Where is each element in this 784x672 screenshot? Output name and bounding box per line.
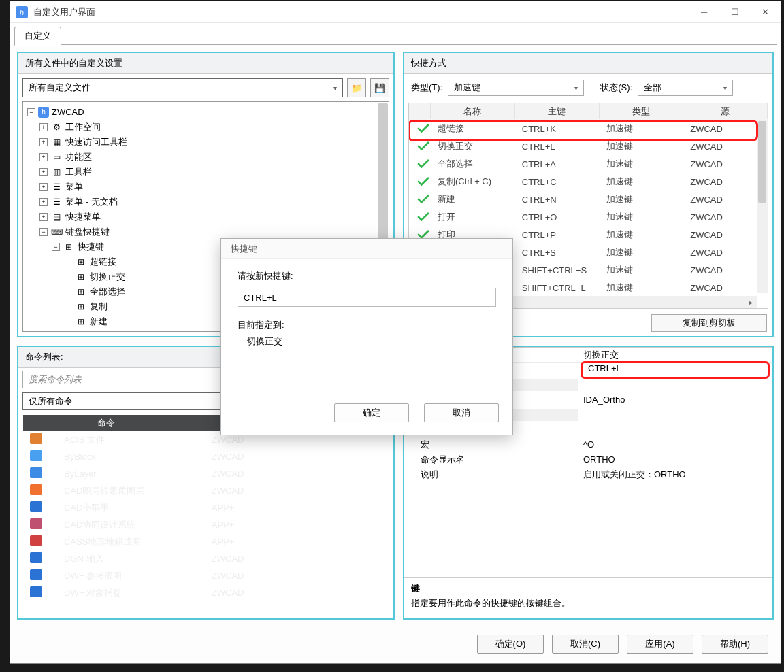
save-button[interactable]: 💾 bbox=[370, 78, 389, 97]
shortcut-input[interactable]: CTRL+L bbox=[238, 288, 496, 307]
scroll-right-icon[interactable]: ▸ bbox=[746, 297, 755, 307]
check-icon bbox=[417, 177, 429, 186]
check-icon bbox=[417, 195, 429, 204]
assigned-value: 切换正交 bbox=[238, 335, 496, 348]
customize-file-combo[interactable]: 所有自定义文件 ▾ bbox=[22, 78, 343, 97]
command-row[interactable]: DWF 参考底图ZWCAD bbox=[23, 567, 389, 584]
shortcut-key-dialog: 快捷键 请按新快捷键: CTRL+L 目前指定到: 切换正交 确定 取消 bbox=[220, 238, 513, 435]
grid-row[interactable]: 超链接CTRL+K加速键ZWCAD bbox=[409, 120, 768, 137]
tab-customize[interactable]: 自定义 bbox=[14, 27, 61, 46]
check-icon bbox=[417, 159, 429, 169]
close-button[interactable]: ✕ bbox=[750, 2, 781, 22]
key-icon: ⊞ bbox=[75, 271, 87, 282]
cmd-header-cmd[interactable]: 命令 bbox=[23, 415, 189, 431]
property-description: 键 指定要用作此命令的快捷键的按键组合。 bbox=[404, 577, 772, 618]
command-row[interactable]: CAD小帮手APP+ bbox=[23, 499, 389, 516]
grid-row[interactable]: 复制(Ctrl + C)CTRL+C加速键ZWCAD bbox=[409, 173, 768, 190]
prop-label: 宏 bbox=[404, 439, 578, 451]
grid-header-check[interactable] bbox=[409, 103, 431, 119]
help-button[interactable]: 帮助(H) bbox=[702, 635, 768, 654]
tree-node-root[interactable]: −hZWCAD bbox=[24, 105, 387, 120]
copy-to-clipboard-button[interactable]: 复制到剪切板 bbox=[651, 314, 767, 332]
command-row[interactable]: ByLayerZWCAD bbox=[23, 465, 389, 482]
prompt-label: 请按新快捷键: bbox=[238, 270, 496, 282]
tree-node[interactable]: +☰菜单 bbox=[24, 180, 387, 195]
chevron-down-icon: ▾ bbox=[333, 84, 337, 92]
grid-header-key[interactable]: 主键 bbox=[515, 103, 600, 119]
prop-label: 说明 bbox=[404, 469, 578, 481]
toolbar-icon: ▥ bbox=[50, 167, 63, 178]
tree-node[interactable]: +☰菜单 - 无文档 bbox=[24, 195, 387, 209]
toolbar-icon: ▦ bbox=[50, 137, 63, 148]
grid-header-name[interactable]: 名称 bbox=[431, 103, 515, 119]
command-row[interactable]: DGN 输入ZWCAD bbox=[23, 550, 389, 567]
command-row[interactable]: CASS地形地籍成图APP+ bbox=[23, 533, 389, 550]
check-icon bbox=[417, 141, 429, 151]
menu-icon: ☰ bbox=[50, 182, 63, 192]
dialog-title: 快捷键 bbox=[221, 239, 512, 259]
grid-row[interactable]: 新建CTRL+N加速键ZWCAD bbox=[409, 190, 768, 208]
panel-title: 快捷方式 bbox=[404, 53, 772, 74]
save-icon: 💾 bbox=[374, 83, 385, 93]
grid-row[interactable]: 打开CTRL+O加速键ZWCAD bbox=[409, 208, 768, 226]
command-row[interactable]: DWF 对象捕捉ZWCAD bbox=[23, 584, 389, 601]
ribbon-icon: ▭ bbox=[50, 152, 63, 163]
maximize-button[interactable]: ☐ bbox=[719, 2, 750, 22]
chevron-down-icon: ▾ bbox=[723, 84, 727, 92]
dialog-cancel-button[interactable]: 取消 bbox=[424, 403, 499, 422]
dialog-ok-button[interactable]: 确定 bbox=[334, 403, 409, 422]
folder-icon: 📁 bbox=[351, 83, 362, 93]
tree-node[interactable]: +▤快捷菜单 bbox=[24, 209, 387, 224]
command-row[interactable]: CAD协同设计系统APP+ bbox=[23, 516, 389, 533]
grid-header-type[interactable]: 类型 bbox=[600, 103, 684, 119]
menu-icon: ☰ bbox=[50, 197, 63, 207]
type-label: 类型(T): bbox=[411, 82, 442, 94]
titlebar: h 自定义用户界面 ─ ☐ ✕ bbox=[10, 1, 781, 23]
cancel-button[interactable]: 取消(C) bbox=[552, 635, 619, 654]
grid-scrollbar-v[interactable] bbox=[757, 120, 768, 293]
tree-node[interactable]: +工作空间 bbox=[24, 120, 387, 135]
state-label: 状态(S): bbox=[600, 82, 632, 94]
tree-node[interactable]: +▭功能区 bbox=[24, 150, 387, 165]
app-icon: h bbox=[38, 107, 49, 118]
tree-node[interactable]: +▦快速访问工具栏 bbox=[24, 135, 387, 150]
app-icon: h bbox=[16, 6, 28, 18]
type-combo[interactable]: 加速键▾ bbox=[448, 80, 584, 96]
minimize-button[interactable]: ─ bbox=[689, 2, 719, 22]
window-title: 自定义用户界面 bbox=[33, 6, 689, 18]
key-icon: ⊞ bbox=[63, 241, 75, 252]
grid-row[interactable]: 切换正交CTRL+L加速键ZWCAD bbox=[409, 137, 768, 155]
menu-icon: ▤ bbox=[50, 212, 63, 222]
gear-icon bbox=[50, 122, 63, 133]
ok-button[interactable]: 确定(O) bbox=[477, 635, 544, 654]
prop-label: 命令显示名 bbox=[404, 454, 578, 466]
state-combo[interactable]: 全部▾ bbox=[638, 80, 733, 96]
chevron-down-icon: ▾ bbox=[574, 84, 578, 92]
check-icon bbox=[417, 212, 429, 222]
command-row[interactable]: CAD图层转素质图层ZWCAD bbox=[23, 482, 389, 499]
check-icon bbox=[417, 124, 429, 133]
key-icon: ⊞ bbox=[75, 316, 87, 327]
keyboard-icon: ⌨ bbox=[50, 226, 63, 237]
apply-button[interactable]: 应用(A) bbox=[627, 635, 693, 654]
tree-node[interactable]: −⌨键盘快捷键 bbox=[24, 224, 387, 239]
tree-scrollbar[interactable] bbox=[378, 103, 388, 239]
key-icon: ⊞ bbox=[75, 301, 87, 312]
grid-header-source[interactable]: 源 bbox=[683, 103, 768, 119]
key-icon: ⊞ bbox=[75, 256, 87, 267]
tabstrip: 自定义 bbox=[10, 23, 781, 45]
open-folder-button[interactable]: 📁 bbox=[347, 78, 366, 97]
assigned-label: 目前指定到: bbox=[238, 319, 496, 331]
tree-node[interactable]: +▥工具栏 bbox=[24, 165, 387, 180]
prop-key-value[interactable]: CTRL+L bbox=[581, 361, 770, 379]
command-row[interactable]: ByBlockZWCAD bbox=[23, 448, 389, 465]
panel-title: 所有文件中的自定义设置 bbox=[18, 53, 393, 74]
grid-row[interactable]: 全部选择CTRL+A加速键ZWCAD bbox=[409, 155, 768, 173]
key-icon: ⊞ bbox=[75, 286, 87, 297]
